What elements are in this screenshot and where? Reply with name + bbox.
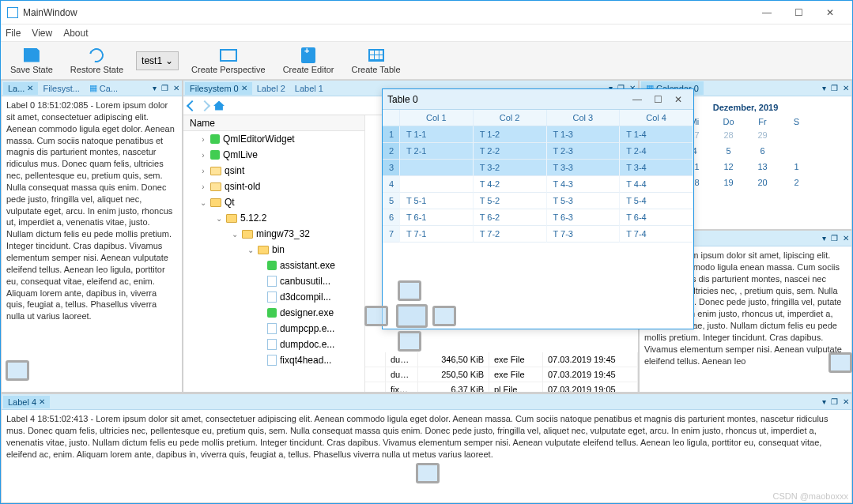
- restore-state-button[interactable]: Restore State: [66, 46, 128, 76]
- table-row[interactable]: fixqt4head...6,37 KiBpl File07.03.2019 1…: [365, 382, 638, 392]
- panel-close-button[interactable]: ✕: [840, 84, 851, 92]
- save-state-label: Save State: [10, 65, 53, 74]
- tree-item[interactable]: assistant.exe: [183, 258, 364, 273]
- home-icon[interactable]: [213, 101, 225, 111]
- tab-label1[interactable]: Label 1: [290, 82, 328, 95]
- table-row[interactable]: 3T 3-2T 3-3T 3-4: [383, 160, 693, 176]
- close-icon[interactable]: ✕: [39, 397, 45, 406]
- back-icon[interactable]: [187, 100, 198, 111]
- table-row[interactable]: 6T 6-1T 6-2T 6-3T 6-4: [383, 209, 693, 226]
- tree-item[interactable]: ⌄bin: [183, 242, 364, 258]
- watermark: CSDN @maoboxxx: [772, 491, 848, 501]
- tree-item[interactable]: ›qsint-old: [183, 179, 364, 194]
- create-editor-label: Create Editor: [283, 65, 334, 74]
- save-icon: [24, 48, 40, 62]
- menubar: File View About: [1, 24, 852, 42]
- panel-undock-button[interactable]: ❐: [828, 84, 840, 92]
- col-header[interactable]: Col 1: [400, 110, 474, 126]
- tree-item[interactable]: ⌄mingw73_32: [183, 226, 364, 242]
- tab-filesystem[interactable]: Filesyst...: [38, 82, 84, 95]
- panel-undock-button[interactable]: ❐: [828, 234, 840, 243]
- save-state-button[interactable]: Save State: [6, 46, 58, 76]
- bottom-panel-tabs: Label 4✕ ▾ ❐ ✕: [2, 394, 851, 410]
- forward-icon[interactable]: [199, 100, 210, 111]
- perspective-combo-value: test1: [142, 55, 162, 66]
- file-icon: [267, 339, 277, 350]
- tab-label2[interactable]: Label 2: [252, 82, 290, 95]
- col-header[interactable]: Col 4: [620, 110, 693, 126]
- table-row[interactable]: dumpcpp.e...346,50 KiBexe File07.03.2019…: [365, 352, 638, 367]
- tree-item[interactable]: ⌄5.12.2: [183, 210, 364, 226]
- tree-item[interactable]: dumpdoc.e...: [183, 337, 364, 352]
- perspective-icon: [220, 49, 237, 62]
- tree-item[interactable]: ›QmlLive: [183, 147, 364, 163]
- tab-filesystem0[interactable]: Filesystem 0✕: [185, 82, 252, 95]
- tree-item[interactable]: designer.exe: [183, 305, 364, 321]
- table-row[interactable]: 7T 7-1T 7-2T 7-3T 7-4: [383, 226, 693, 243]
- tree-item[interactable]: dumpcpp.e...: [183, 321, 364, 337]
- close-button[interactable]: ✕: [814, 2, 846, 24]
- file-icon: [267, 323, 277, 334]
- close-icon[interactable]: ✕: [27, 84, 33, 92]
- tab-calendar[interactable]: ▦Ca...: [85, 81, 123, 95]
- folder-icon: [210, 198, 221, 207]
- col-header[interactable]: Col 2: [474, 110, 547, 126]
- tree-item[interactable]: fixqt4head...: [183, 352, 364, 368]
- panel-menu-button[interactable]: ▾: [820, 397, 828, 406]
- panel-close-button[interactable]: ✕: [171, 84, 182, 92]
- left-panel-tabs: La...✕ Filesyst... ▦Ca... ▾ ❐ ✕: [2, 81, 182, 96]
- perspective-combo[interactable]: test1 ⌄: [136, 51, 179, 70]
- table-row[interactable]: dumpdoc.e...250,50 KiBexe File07.03.2019…: [365, 367, 638, 382]
- qt-icon: [210, 134, 220, 144]
- table-row[interactable]: 4T 4-2T 4-3T 4-4: [383, 176, 693, 193]
- create-perspective-label: Create Perspective: [191, 65, 266, 74]
- panel-menu-button[interactable]: ▾: [150, 84, 159, 92]
- close-icon[interactable]: ✕: [241, 84, 247, 92]
- folder-icon: [210, 182, 221, 191]
- col-header[interactable]: Col 3: [547, 110, 621, 126]
- window-title: MainWindow: [23, 7, 77, 18]
- folder-icon: [258, 246, 269, 254]
- tree-item[interactable]: ›qsint: [183, 163, 364, 179]
- minimize-button[interactable]: —: [751, 2, 783, 24]
- table-row[interactable]: 5T 5-1T 5-2T 5-3T 5-4: [383, 193, 693, 209]
- floating-grid[interactable]: Col 1 Col 2 Col 3 Col 4 1T 1-1T 1-2T 1-3…: [383, 110, 693, 329]
- calendar-icon: ▦: [89, 83, 97, 93]
- tree-item[interactable]: canbusutil...: [183, 273, 364, 289]
- create-table-button[interactable]: Create Table: [346, 46, 405, 76]
- restore-state-label: Restore State: [70, 65, 123, 74]
- panel-undock-button[interactable]: ❐: [828, 397, 840, 406]
- folder-icon: [242, 230, 253, 239]
- create-perspective-button[interactable]: Create Perspective: [187, 46, 270, 76]
- panel-close-button[interactable]: ✕: [840, 234, 851, 243]
- panel-undock-button[interactable]: ❐: [159, 84, 171, 92]
- maximize-button[interactable]: ☐: [783, 2, 814, 24]
- create-editor-button[interactable]: Create Editor: [278, 46, 339, 76]
- floating-titlebar[interactable]: Table 0 — ☐ ✕: [383, 89, 693, 110]
- tree-item[interactable]: d3dcompil...: [183, 289, 364, 305]
- tab-label0[interactable]: La...✕: [3, 82, 38, 95]
- editor-icon: [301, 47, 315, 63]
- panel-menu-button[interactable]: ▾: [820, 234, 828, 243]
- menu-about[interactable]: About: [63, 28, 88, 39]
- floating-table-window[interactable]: Table 0 — ☐ ✕ Col 1 Col 2 Col 3 Col 4 1T…: [382, 88, 694, 329]
- tab-label4[interactable]: Label 4✕: [3, 396, 50, 408]
- file-icon: [267, 291, 277, 303]
- minimize-button[interactable]: —: [627, 92, 647, 107]
- table-row[interactable]: 1T 1-1T 1-2T 1-3T 1-4: [383, 126, 693, 143]
- table-row[interactable]: 2T 2-1T 2-2T 2-3T 2-4: [383, 143, 693, 160]
- restore-icon: [87, 45, 107, 65]
- menu-file[interactable]: File: [6, 28, 21, 39]
- qt-icon: [267, 261, 277, 270]
- titlebar: MainWindow — ☐ ✕: [1, 1, 852, 24]
- chevron-down-icon: ⌄: [165, 55, 173, 66]
- fs-tree[interactable]: Name ›QmlEditorWidget ›QmlLive ›qsint ›q…: [183, 115, 365, 392]
- tree-item[interactable]: ⌄Qt: [183, 194, 364, 210]
- panel-close-button[interactable]: ✕: [840, 397, 851, 406]
- menu-view[interactable]: View: [32, 28, 52, 39]
- close-button[interactable]: ✕: [668, 92, 689, 107]
- maximize-button[interactable]: ☐: [647, 92, 668, 107]
- tree-item[interactable]: ›QmlEditorWidget: [183, 131, 364, 147]
- panel-menu-button[interactable]: ▾: [820, 84, 828, 92]
- floating-title: Table 0: [387, 94, 418, 105]
